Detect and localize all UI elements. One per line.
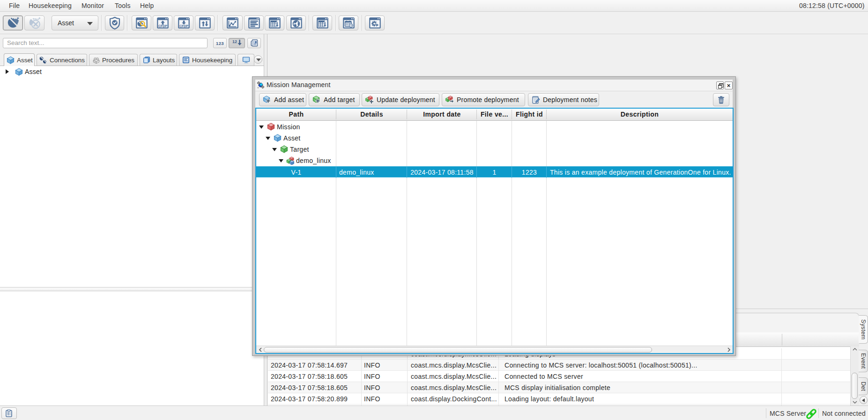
svg-text:12: 12 xyxy=(232,39,237,44)
svg-text:CFDP: CFDP xyxy=(179,24,188,28)
svg-text:CFDP: CFDP xyxy=(158,24,167,28)
